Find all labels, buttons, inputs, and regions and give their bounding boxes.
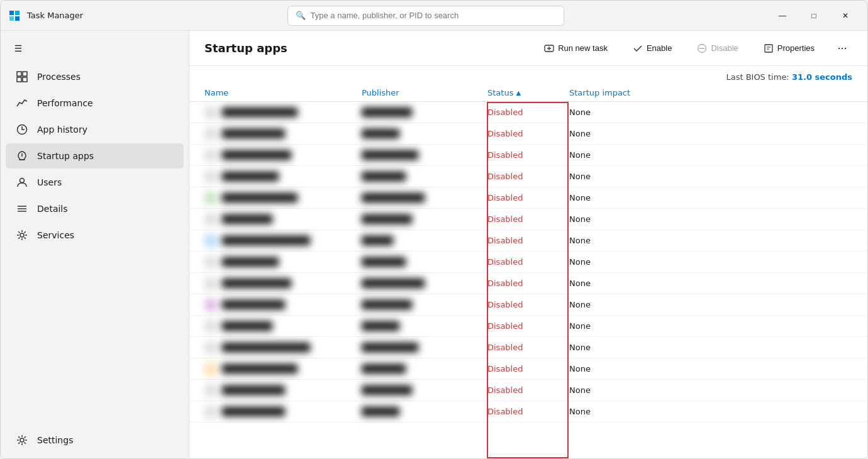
table-row[interactable]: ████████████ ███████ Disabled None (189, 358, 867, 380)
processes-icon (16, 70, 28, 83)
table-row[interactable]: █████████ ███████ Disabled None (189, 166, 867, 187)
search-box[interactable]: 🔍 (287, 6, 564, 26)
services-label: Services (37, 230, 74, 240)
cell-name: ████████ (204, 318, 362, 335)
table-row[interactable]: ██████████ ██████ Disabled None (189, 123, 867, 145)
svg-rect-22 (765, 45, 772, 52)
search-input[interactable] (311, 11, 556, 20)
close-button[interactable]: ✕ (831, 6, 860, 26)
hamburger-menu[interactable]: ☰ (6, 36, 31, 61)
cell-publisher: ████████ (362, 297, 487, 312)
col-header-publisher[interactable]: Publisher (362, 88, 487, 97)
cell-startup-impact: None (569, 148, 852, 162)
app-icon-placeholder (204, 406, 217, 418)
maximize-button[interactable]: □ (799, 6, 828, 26)
window-controls: — □ ✕ (768, 6, 860, 26)
settings-icon (16, 434, 28, 446)
cell-startup-impact: None (569, 233, 852, 248)
cell-status: Disabled (487, 362, 569, 376)
cell-startup-impact: None (569, 276, 852, 290)
disable-button[interactable]: Disable (689, 40, 745, 57)
performance-label: Performance (37, 98, 93, 108)
col-header-status[interactable]: Status ▲ (487, 88, 569, 97)
svg-point-16 (20, 438, 24, 442)
sidebar-item-users[interactable]: Users (6, 170, 184, 195)
table-area: Name Publisher Status ▲ Startup impact (189, 84, 867, 458)
sidebar-item-settings[interactable]: Settings (6, 428, 184, 453)
sidebar-item-startup-apps[interactable]: Startup apps (6, 143, 184, 169)
svg-rect-2 (9, 16, 14, 21)
cell-publisher: █████ (362, 233, 487, 248)
table-row[interactable]: ██████████ ████████ Disabled None (189, 294, 867, 316)
sidebar: ☰ Processes (1, 31, 189, 458)
minimize-button[interactable]: — (768, 6, 797, 26)
svg-point-11 (20, 179, 25, 183)
sidebar-item-app-history[interactable]: App history (6, 117, 184, 142)
table-row[interactable]: ████████████ ██████████ Disabled None (189, 187, 867, 209)
svg-rect-5 (23, 72, 27, 76)
more-options-button[interactable]: ··· (832, 38, 852, 58)
table-row[interactable]: ██████████████ █████ Disabled None (189, 230, 867, 252)
cell-status: Disabled (487, 383, 569, 397)
run-new-task-button[interactable]: Run new task (537, 40, 615, 57)
sidebar-item-details[interactable]: Details (6, 196, 184, 221)
cell-name: ██████████ (204, 382, 362, 399)
table-row[interactable]: ███████████ █████████ Disabled None (189, 145, 867, 166)
content-header: Startup apps Run new task Enable (189, 31, 867, 66)
app-icon-placeholder (204, 384, 217, 397)
cell-name: █████████ (204, 168, 362, 185)
cell-startup-impact: None (569, 169, 852, 184)
app-history-icon (16, 123, 28, 136)
cell-publisher: ███████ (362, 169, 487, 184)
enable-button[interactable]: Enable (625, 40, 679, 57)
hamburger-icon: ☰ (14, 43, 23, 53)
cell-name: ████████████ (204, 360, 362, 378)
sidebar-item-performance[interactable]: Performance (6, 91, 184, 116)
cell-publisher: ████████ (362, 383, 487, 397)
properties-button[interactable]: Properties (756, 40, 822, 57)
properties-icon (764, 43, 774, 53)
cell-publisher: ████████ (362, 212, 487, 226)
cell-status: Disabled (487, 169, 569, 184)
svg-rect-3 (15, 16, 19, 21)
task-manager-window: Task Manager 🔍 — □ ✕ ☰ (0, 0, 868, 459)
sidebar-item-services[interactable]: Services (6, 223, 184, 248)
table-row[interactable]: █████████ ███████ Disabled None (189, 252, 867, 273)
details-label: Details (37, 204, 68, 214)
table-row[interactable]: ███████████ ██████████ Disabled None (189, 273, 867, 294)
table-row[interactable]: ████████████ ████████ Disabled None (189, 102, 867, 123)
svg-rect-7 (23, 77, 27, 82)
col-status-label: Status (487, 88, 513, 97)
table-row[interactable]: ████████ ████████ Disabled None (189, 209, 867, 230)
cell-publisher: ██████████ (362, 276, 487, 290)
cell-startup-impact: None (569, 362, 852, 376)
cell-name: ██████████████ (204, 232, 362, 250)
app-icon-placeholder (204, 192, 217, 204)
titlebar: Task Manager 🔍 — □ ✕ (1, 1, 867, 31)
table-row[interactable]: ██████████ ████████ Disabled None (189, 380, 867, 401)
cell-status: Disabled (487, 297, 569, 312)
cell-name: ████████ (204, 211, 362, 228)
cell-startup-impact: None (569, 212, 852, 226)
page-title: Startup apps (204, 41, 287, 55)
cell-status: Disabled (487, 191, 569, 205)
sidebar-item-processes[interactable]: Processes (6, 64, 184, 89)
details-icon (16, 202, 28, 215)
app-icon-placeholder (204, 256, 217, 268)
cell-startup-impact: None (569, 126, 852, 141)
table-row[interactable]: ██████████████ █████████ Disabled None (189, 337, 867, 358)
bios-label: Last BIOS time: (726, 72, 789, 82)
table-body: ████████████ ████████ Disabled None ████… (189, 102, 867, 458)
cell-startup-impact: None (569, 404, 852, 419)
col-header-name[interactable]: Name (204, 88, 362, 97)
table-row[interactable]: ████████ ██████ Disabled None (189, 316, 867, 337)
cell-status: Disabled (487, 340, 569, 355)
cell-publisher: ███████ (362, 255, 487, 269)
cell-name: ████████████ (204, 189, 362, 207)
table-row[interactable]: ██████████ ██████ Disabled None (189, 401, 867, 423)
more-options-icon: ··· (837, 41, 847, 55)
col-header-startup-impact[interactable]: Startup impact (569, 88, 852, 97)
col-publisher-label: Publisher (362, 88, 399, 97)
cell-name: ████████████ (204, 104, 362, 121)
cell-name: ███████████ (204, 275, 362, 292)
